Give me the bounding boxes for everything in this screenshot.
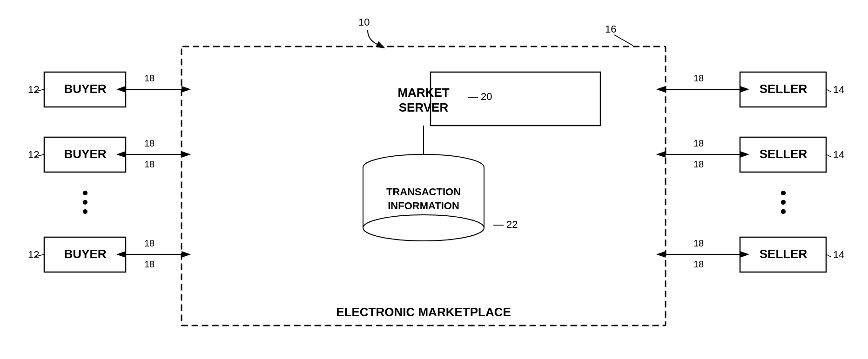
ref-18-b1top: 18 [144,73,155,83]
ref-16: 16 [605,23,616,35]
ref-18-s2bot: 18 [693,159,704,169]
ref-14-seller1: 14 [833,84,844,95]
ref-18-b2bot: 18 [144,159,155,169]
ref-14-seller3: 14 [833,249,844,260]
ref-12-buyer3: 12 [28,249,39,260]
electronic-marketplace-label: ELECTRONIC MARKETPLACE [336,305,511,319]
buyer1-label: BUYER [64,82,106,96]
ref-10: 10 [358,16,370,28]
buyer2-label: BUYER [64,147,106,161]
transaction-info-label2: INFORMATION [388,200,459,212]
svg-point-38 [781,209,786,214]
svg-point-37 [781,200,786,205]
transaction-info-label1: TRANSACTION [386,186,461,198]
ref-18-b2top: 18 [144,138,155,148]
ref-22: — 22 [493,219,518,230]
svg-rect-2 [431,72,600,126]
ref-18-b3top: 18 [144,238,155,248]
diagram: MARKET SERVER — 20 TRANSACTION INFORMATI… [0,0,868,359]
market-server-label2: SERVER [399,100,449,114]
svg-point-13 [83,191,87,195]
market-server-label: MARKET [397,86,449,100]
seller3-label: SELLER [760,247,807,261]
ref-12-buyer2: 12 [28,149,39,160]
svg-point-36 [781,191,786,195]
ref-18-b3bot: 18 [144,259,155,269]
seller2-label: SELLER [760,147,807,161]
ref-14-seller2: 14 [833,149,844,160]
buyer3-label: BUYER [64,247,106,261]
ref-18-s3bot: 18 [693,259,704,269]
ref-18-s1top: 18 [693,73,704,83]
seller1-label: SELLER [760,82,807,96]
svg-point-8 [363,215,484,241]
ref-12-buyer1: 12 [28,84,39,95]
ref-20: — 20 [468,91,492,102]
svg-point-15 [83,209,87,214]
ref-18-s2top: 18 [693,138,704,148]
ref-18-s3top: 18 [693,238,704,248]
svg-point-14 [83,200,87,205]
